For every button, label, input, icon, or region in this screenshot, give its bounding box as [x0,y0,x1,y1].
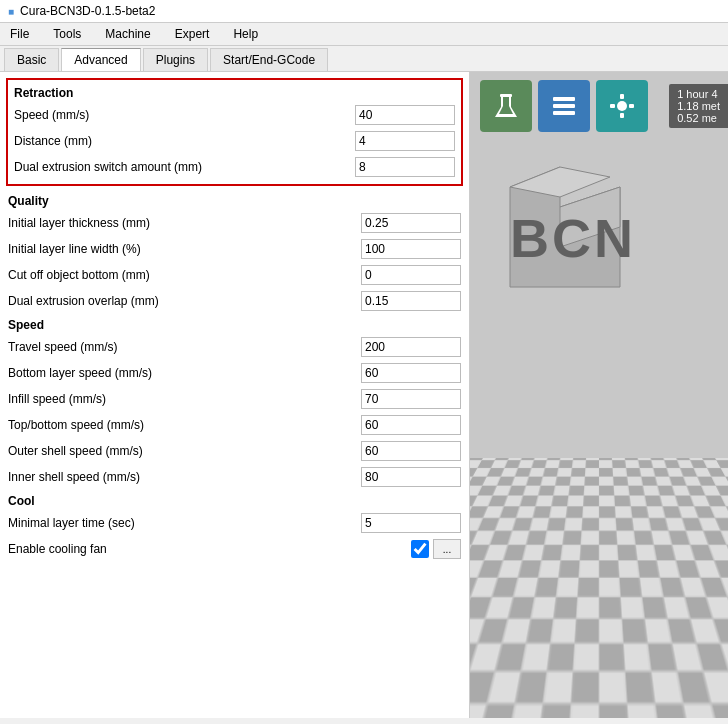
cool-minlayer-input[interactable] [361,513,461,533]
retraction-speed-row: Speed (mm/s) [12,102,457,128]
quality-dual-overlap-label: Dual extrusion overlap (mm) [8,294,361,308]
speed-topbottom-row: Top/bottom speed (mm/s) [6,412,463,438]
svg-rect-16 [470,458,728,718]
menu-bar: File Tools Machine Expert Help [0,23,728,46]
speed-infill-row: Infill speed (mm/s) [6,386,463,412]
svg-rect-5 [620,94,624,99]
flask-icon[interactable] [480,80,532,132]
retraction-speed-label: Speed (mm/s) [14,108,355,122]
svg-rect-3 [553,111,575,115]
title-bar-icon: ■ [8,6,14,17]
svg-rect-6 [620,113,624,118]
speed-travel-input[interactable] [361,337,461,357]
retraction-header: Retraction [12,82,457,102]
speed-travel-label: Travel speed (mm/s) [8,340,361,354]
main-layout: Retraction Speed (mm/s) Distance (mm) Du… [0,72,728,718]
left-panel: Retraction Speed (mm/s) Distance (mm) Du… [0,72,470,718]
layers-icon[interactable] [538,80,590,132]
speed-infill-label: Infill speed (mm/s) [8,392,361,406]
quality-header: Quality [6,190,463,210]
cool-minlayer-label: Minimal layer time (sec) [8,516,361,530]
tab-startend[interactable]: Start/End-GCode [210,48,328,71]
cool-fan-dots-button[interactable]: ... [433,539,461,559]
bcn-label: BCN [510,207,636,269]
speed-travel-row: Travel speed (mm/s) [6,334,463,360]
cool-fan-row: Enable cooling fan ... [6,536,463,562]
speed-bottom-row: Bottom layer speed (mm/s) [6,360,463,386]
svg-rect-8 [629,104,634,108]
quality-initial-linewidth-row: Initial layer line width (%) [6,236,463,262]
speed-topbottom-input[interactable] [361,415,461,435]
speed-innershell-input[interactable] [361,467,461,487]
retraction-dual-label: Dual extrusion switch amount (mm) [14,160,355,174]
menu-expert[interactable]: Expert [169,25,216,43]
menu-file[interactable]: File [4,25,35,43]
retraction-distance-label: Distance (mm) [14,134,355,148]
title-bar: ■ Cura-BCN3D-0.1.5-beta2 [0,0,728,23]
quality-initial-linewidth-label: Initial layer line width (%) [8,242,361,256]
right-panel-icons [480,80,648,132]
quality-cutoff-input[interactable] [361,265,461,285]
speed-topbottom-label: Top/bottom speed (mm/s) [8,418,361,432]
speed-bottom-input[interactable] [361,363,461,383]
retraction-dual-row: Dual extrusion switch amount (mm) [12,154,457,180]
speed-outershell-row: Outer shell speed (mm/s) [6,438,463,464]
cool-header: Cool [6,490,463,510]
speed-innershell-row: Inner shell speed (mm/s) [6,464,463,490]
svg-rect-0 [500,94,512,97]
svg-rect-1 [553,97,575,101]
retraction-section: Retraction Speed (mm/s) Distance (mm) Du… [6,78,463,186]
svg-point-4 [617,101,627,111]
speed-bottom-label: Bottom layer speed (mm/s) [8,366,361,380]
speed-outershell-label: Outer shell speed (mm/s) [8,444,361,458]
tab-plugins[interactable]: Plugins [143,48,208,71]
retraction-speed-input[interactable] [355,105,455,125]
quality-dual-overlap-input[interactable] [361,291,461,311]
tab-basic[interactable]: Basic [4,48,59,71]
checkerboard-floor [470,458,728,718]
checkerboard-svg [470,458,728,718]
quality-initial-thickness-row: Initial layer thickness (mm) [6,210,463,236]
title-bar-text: Cura-BCN3D-0.1.5-beta2 [20,4,155,18]
menu-help[interactable]: Help [227,25,264,43]
cool-fan-controls: ... [411,539,461,559]
speed-section: Speed Travel speed (mm/s) Bottom layer s… [6,314,463,490]
stat-line3: 0.52 me [677,112,720,124]
retraction-dual-input[interactable] [355,157,455,177]
menu-machine[interactable]: Machine [99,25,156,43]
speed-infill-input[interactable] [361,389,461,409]
tab-advanced[interactable]: Advanced [61,48,140,71]
tabs-bar: Basic Advanced Plugins Start/End-GCode [0,46,728,72]
stat-line1: 1 hour 4 [677,88,720,100]
svg-rect-2 [553,104,575,108]
cool-section: Cool Minimal layer time (sec) Enable coo… [6,490,463,562]
quality-initial-thickness-input[interactable] [361,213,461,233]
stat-line2: 1.18 met [677,100,720,112]
quality-cutoff-label: Cut off object bottom (mm) [8,268,361,282]
cool-minlayer-row: Minimal layer time (sec) [6,510,463,536]
svg-rect-7 [610,104,615,108]
quality-initial-linewidth-input[interactable] [361,239,461,259]
quality-initial-thickness-label: Initial layer thickness (mm) [8,216,361,230]
menu-tools[interactable]: Tools [47,25,87,43]
speed-header: Speed [6,314,463,334]
speed-outershell-input[interactable] [361,441,461,461]
retraction-distance-input[interactable] [355,131,455,151]
cool-fan-checkbox[interactable] [411,540,429,558]
right-panel: 1 hour 4 1.18 met 0.52 me BCN [470,72,728,718]
right-panel-stats: 1 hour 4 1.18 met 0.52 me [669,84,728,128]
speed-innershell-label: Inner shell speed (mm/s) [8,470,361,484]
retraction-distance-row: Distance (mm) [12,128,457,154]
quality-cutoff-row: Cut off object bottom (mm) [6,262,463,288]
cool-fan-label: Enable cooling fan [8,542,411,556]
quality-section: Quality Initial layer thickness (mm) Ini… [6,190,463,314]
settings-icon[interactable] [596,80,648,132]
quality-dual-overlap-row: Dual extrusion overlap (mm) [6,288,463,314]
